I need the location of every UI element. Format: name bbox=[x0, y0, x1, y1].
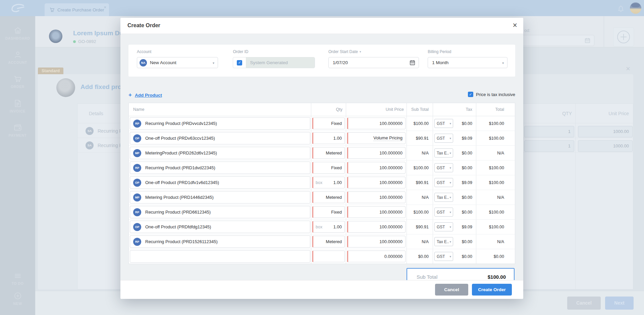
tax-type-select[interactable]: GST ▾ bbox=[434, 134, 453, 143]
qty-input[interactable]: Fixed bbox=[312, 162, 345, 174]
qty-input[interactable]: Metered bbox=[312, 191, 345, 203]
unit-price-value: 100.000000 bbox=[379, 180, 402, 185]
user-avatar[interactable] bbox=[630, 2, 641, 14]
product-avatar: SA bbox=[86, 141, 94, 149]
sidebar-item-order[interactable]: ORDER bbox=[0, 75, 35, 89]
bell-icon[interactable] bbox=[616, 4, 625, 13]
tax-type-select[interactable]: Tax E.. ▾ bbox=[434, 193, 453, 202]
tax-type-select[interactable]: GST ▾ bbox=[434, 208, 453, 217]
sidebar-label-dashboard: DASHBOARD bbox=[0, 36, 35, 40]
unit-price-input[interactable]: 100.000000 bbox=[347, 147, 406, 159]
tax-inclusive-checkbox[interactable]: ✓ bbox=[468, 92, 473, 97]
order-reference: GO-0892 bbox=[73, 39, 96, 44]
product-name-input[interactable] bbox=[130, 250, 310, 263]
sub-total-value: $100.00 bbox=[414, 166, 429, 170]
qty-input[interactable]: 1.00 bbox=[312, 132, 345, 144]
tab-close-icon[interactable]: × bbox=[104, 5, 106, 9]
unit-price-input[interactable]: 100.000000 bbox=[347, 236, 406, 248]
unit-price-input[interactable]: 100.000000 bbox=[347, 191, 406, 203]
add-product-button[interactable]: + Add Product bbox=[128, 92, 162, 98]
unit-price-value: Volume Pricing bbox=[373, 135, 402, 141]
order-start-date-field: Order Start Date ▾ 1/07/20 bbox=[328, 49, 419, 68]
product-name-input[interactable]: RP Recurring Product (PRD6612345) bbox=[130, 206, 310, 218]
panel-close-icon[interactable]: × bbox=[626, 65, 630, 73]
unit-price-input[interactable]: 100.000000 bbox=[347, 162, 406, 174]
tax-type-select[interactable]: GST ▾ bbox=[434, 178, 453, 187]
unit-price-input[interactable]: Volume Pricing bbox=[347, 132, 406, 144]
header-divider bbox=[604, 16, 604, 47]
unit-price-input[interactable]: 0.000000 bbox=[347, 251, 406, 262]
unit-price-input[interactable]: 100.000000 bbox=[347, 177, 406, 188]
tax-type-select[interactable]: GST ▾ bbox=[434, 163, 453, 172]
tax-type-select[interactable]: GST ▾ bbox=[434, 222, 453, 231]
product-name-input[interactable]: OP One-off Product (PRDv63ccv12345) bbox=[130, 132, 310, 144]
unit-price-cell: 100.000000 bbox=[346, 190, 407, 205]
unit-price-cell: 100.000000 bbox=[346, 175, 407, 190]
qty-input[interactable]: Metered bbox=[312, 147, 345, 159]
sidebar-item-payment[interactable]: PAYMENT bbox=[0, 123, 35, 137]
qty-input[interactable]: Metered bbox=[312, 236, 345, 248]
billing-period-select[interactable]: 1 Month ▾ bbox=[428, 57, 507, 68]
total-value: $100.00 bbox=[489, 225, 504, 229]
qty-input[interactable]: Fixed bbox=[312, 118, 345, 129]
tax-type-select[interactable]: GST ▾ bbox=[434, 119, 453, 128]
tab-create-purchase-order[interactable]: Create Purchase Order × bbox=[45, 3, 109, 16]
sidebar-item-todo[interactable]: TO DO bbox=[0, 271, 35, 285]
background-cancel-button[interactable]: Cancel bbox=[567, 297, 601, 310]
background-unit-price-input[interactable]: 1000.00 bbox=[578, 126, 633, 137]
qty-input[interactable] bbox=[312, 251, 345, 262]
unit-price-input[interactable]: 100.000000 bbox=[347, 206, 406, 218]
list-icon bbox=[13, 271, 22, 280]
qty-input[interactable]: box 1.00 bbox=[312, 221, 345, 233]
background-add-button[interactable] bbox=[613, 27, 634, 47]
background-unit-price-input[interactable]: 1000.00 bbox=[578, 140, 633, 152]
tax-type-select[interactable]: GST ▾ bbox=[434, 252, 453, 261]
tax-type-select[interactable]: Tax E.. ▾ bbox=[434, 237, 453, 246]
sidebar-item-new[interactable]: NEW bbox=[0, 291, 35, 306]
name-cell: MP MeteringProduct (PRD262d6v12345) bbox=[129, 146, 311, 160]
background-next-button[interactable]: Next bbox=[605, 297, 634, 310]
calendar-icon[interactable] bbox=[409, 59, 416, 66]
order-id-checkbox[interactable]: ✓ bbox=[237, 60, 242, 65]
qty-input[interactable]: Fixed bbox=[312, 206, 345, 218]
create-order-button[interactable]: Create Order bbox=[472, 284, 512, 296]
product-name-input[interactable]: MP MeteringProduct (PRD262d6v12345) bbox=[130, 147, 310, 159]
tax-cell: Tax E.. ▾ $0.00 bbox=[433, 190, 476, 205]
tax-type-select[interactable]: Tax E.. ▾ bbox=[434, 148, 453, 158]
app-logo-icon bbox=[9, 3, 26, 13]
product-name-input[interactable]: OP One-off Product (PRD1dfv1v6d12345) bbox=[130, 176, 310, 189]
product-name-input[interactable]: RP Recurring Product (PRDvvcdv12345) bbox=[130, 117, 310, 130]
product-name-value: Recurring Product (PRD6612345) bbox=[145, 210, 211, 215]
product-name-input[interactable]: OP One-off Product (PRDfdfdg12345) bbox=[130, 221, 310, 233]
total-cell: $100.00 bbox=[476, 161, 515, 175]
background-qty-input[interactable]: 1 bbox=[524, 126, 574, 137]
background-date-input[interactable] bbox=[513, 35, 594, 46]
sidebar-item-account[interactable]: ACCOUNT bbox=[0, 50, 35, 64]
order-ref-text: GO-0892 bbox=[78, 39, 96, 44]
product-name-input[interactable]: RP Recurring Product (PRD1dvd22345) bbox=[130, 162, 310, 174]
qty-value: 1.00 bbox=[333, 180, 342, 185]
unit-price-input[interactable]: 100.000000 bbox=[347, 118, 406, 129]
cancel-button[interactable]: Cancel bbox=[435, 284, 468, 296]
sidebar-item-dashboard[interactable]: DASHBOARD bbox=[0, 26, 35, 40]
name-cell: RP Recurring Product (PRDvvcdv12345) bbox=[129, 116, 311, 131]
unit-price-value: 100.000000 bbox=[379, 195, 402, 200]
product-name-input[interactable]: RP Recurring Product (PRD1526112345) bbox=[130, 235, 310, 248]
account-value: New Account bbox=[150, 60, 176, 65]
account-select[interactable]: NA New Account ▾ bbox=[137, 57, 218, 68]
product-name-input[interactable]: MP Metering Product (PRD1446d2345) bbox=[130, 191, 310, 204]
order-start-date-input[interactable]: 1/07/20 bbox=[328, 57, 419, 68]
background-qty-input[interactable]: 1 bbox=[524, 140, 574, 152]
unit-price-cell: 100.000000 bbox=[346, 234, 407, 249]
account-label: Account bbox=[137, 49, 218, 54]
qty-input[interactable]: box 1.00 bbox=[312, 177, 345, 188]
modal-close-icon[interactable]: × bbox=[513, 21, 517, 29]
order-start-date-label-text: Order Start Date bbox=[328, 49, 358, 54]
total-cell: N/A bbox=[476, 234, 515, 249]
product-name-value: One-off Product (PRD1dfv1v6d12345) bbox=[145, 180, 219, 185]
order-id-input[interactable]: ✓ System Generated bbox=[233, 57, 315, 68]
sidebar-label-payment: PAYMENT bbox=[0, 133, 35, 137]
sidebar-item-invoice[interactable]: INVOICE bbox=[0, 99, 35, 113]
header-tax: Tax bbox=[433, 103, 476, 116]
unit-price-input[interactable]: 100.000000 bbox=[347, 221, 406, 233]
